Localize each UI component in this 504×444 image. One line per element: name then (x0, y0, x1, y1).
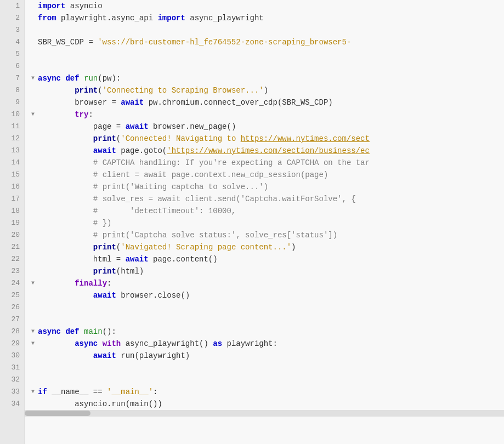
line-number-14: 14 (0, 157, 24, 169)
keyword-token: async (38, 74, 61, 83)
code-line-15: # client = await page.context.new_cdp_se… (25, 169, 504, 181)
fold-button-24[interactable]: ▼ (29, 280, 37, 287)
line-number-7: 7 (0, 72, 24, 84)
code-line-3 (25, 24, 504, 36)
line-number-2: 2 (0, 12, 24, 24)
code-content-2: from playwright.async_api import async_p… (38, 12, 264, 24)
string-token: 'wss://brd-customer-hl_fe764552-zone-scr… (98, 38, 351, 47)
code-line-31 (25, 362, 504, 374)
code-line-29: ▼ async with async_playwright() as playw… (25, 338, 504, 350)
plain-token: page = (93, 122, 126, 131)
keyword2-token: with (103, 339, 121, 348)
code-line-17: # solve_res = await client.send('Captcha… (25, 193, 504, 205)
code-content-33: if __name__ == '__main__': (38, 386, 157, 398)
plain-token (98, 339, 102, 348)
builtin-token: print (93, 243, 116, 252)
code-line-7: ▼async def run(pw): (25, 72, 504, 84)
code-content-16: # print('Waiting captcha to solve...') (38, 181, 268, 193)
keyword2-token: try (75, 110, 88, 119)
line-number-13: 13 (0, 145, 24, 157)
keyword-token: async (38, 327, 61, 336)
line-number-17: 17 (0, 193, 24, 205)
code-line-12: print('Connected! Navigating to https://… (25, 133, 504, 145)
line-number-4: 4 (0, 36, 24, 48)
plain-token: asyncio (65, 2, 102, 10)
line-number-6: 6 (0, 60, 24, 72)
code-line-22: html = await page.content() (25, 253, 504, 265)
keyword-token: await (126, 122, 149, 131)
comment-token: # print('Waiting captcha to solve...') (93, 183, 268, 191)
code-line-25: await browser.close() (25, 289, 504, 301)
code-content-20: # print('Captcha solve status:', solve_r… (38, 229, 337, 241)
code-line-8: print('Connecting to Scraping Browser...… (25, 84, 504, 96)
plain-token: browser.new_page() (149, 122, 236, 131)
code-content-1: import asyncio (38, 0, 103, 12)
code-content-8: print('Connecting to Scraping Browser...… (38, 84, 268, 96)
fold-button-10[interactable]: ▼ (29, 111, 37, 118)
scrollbar-thumb[interactable] (25, 411, 90, 416)
funcdef-token: main (84, 327, 103, 336)
code-area[interactable]: import asynciofrom playwright.async_api … (25, 0, 504, 444)
keyword-token: await (126, 255, 149, 264)
line-number-9: 9 (0, 96, 24, 109)
plain-token: : (88, 110, 93, 119)
code-line-10: ▼ try: (25, 109, 504, 121)
code-content-25: await browser.close() (38, 289, 190, 301)
plain-token: ( (98, 74, 102, 83)
code-line-18: # 'detectTimeout': 10000, (25, 205, 504, 217)
line-number-8: 8 (0, 84, 24, 96)
code-content-7: async def run(pw): (38, 72, 121, 84)
code-content-13: await page.goto('https://www.nytimes.com… (38, 145, 370, 157)
plain-token: html = (93, 255, 126, 264)
keyword-token: def (65, 327, 79, 336)
horizontal-scrollbar[interactable] (25, 410, 504, 417)
line-number-5: 5 (0, 48, 24, 60)
code-content-24: finally: (38, 277, 111, 289)
string-url-token: https://www.nytimes.com/sect (241, 134, 370, 143)
plain-token: (): (103, 327, 116, 336)
fold-button-33[interactable]: ▼ (29, 388, 37, 396)
fold-button-29[interactable]: ▼ (29, 340, 37, 348)
builtin-token: print (75, 86, 98, 95)
line-number-30: 30 (0, 350, 24, 362)
code-content-29: async with async_playwright() as playwri… (38, 338, 278, 350)
plain-token: ) (264, 86, 268, 95)
line-number-12: 12 (0, 133, 24, 145)
code-content-19: # }) (38, 217, 111, 229)
comment-token: # }) (93, 219, 112, 227)
code-content-34: asyncio.run(main()) (38, 398, 162, 410)
line-number-23: 23 (0, 265, 24, 277)
code-content-10: try: (38, 109, 93, 121)
code-line-28: ▼async def main(): (25, 326, 504, 338)
code-line-21: print('Navigated! Scraping page content.… (25, 241, 504, 253)
plain-token: async_playwright (185, 14, 264, 22)
code-line-19: # }) (25, 217, 504, 229)
plain-token: playwright: (222, 339, 278, 348)
line-number-15: 15 (0, 169, 24, 181)
keyword-token: import (38, 2, 65, 10)
plain-token (80, 327, 84, 336)
plain-token: ( (116, 243, 121, 252)
plain-token: page.content() (149, 255, 218, 264)
plain-token: SBR_WS_CDP = (38, 38, 98, 47)
comment-token: # solve_res = await client.send('Captcha… (93, 195, 356, 203)
code-editor: 1234567891011121314151617181920212223242… (0, 0, 504, 444)
code-line-24: ▼ finally: (25, 277, 504, 289)
keyword-token: await (93, 351, 116, 360)
line-number-20: 20 (0, 229, 24, 241)
code-line-16: # print('Waiting captcha to solve...') (25, 181, 504, 193)
line-number-16: 16 (0, 181, 24, 193)
comment-token: # client = await page.context.new_cdp_se… (93, 170, 328, 179)
code-line-30: await run(playwright) (25, 350, 504, 362)
fold-button-7[interactable]: ▼ (29, 75, 37, 82)
plain-token: ( (98, 86, 102, 95)
string-token: 'Connected! Navigating to (121, 134, 240, 143)
keyword-token: if (38, 388, 47, 396)
keyword-token: await (121, 98, 144, 107)
fold-button-28[interactable]: ▼ (29, 328, 37, 335)
plain-token: __name__ == (47, 388, 107, 396)
code-line-6 (25, 60, 504, 72)
line-number-32: 32 (0, 374, 24, 386)
code-content-4: SBR_WS_CDP = 'wss://brd-customer-hl_fe76… (38, 36, 351, 48)
line-number-22: 22 (0, 253, 24, 265)
